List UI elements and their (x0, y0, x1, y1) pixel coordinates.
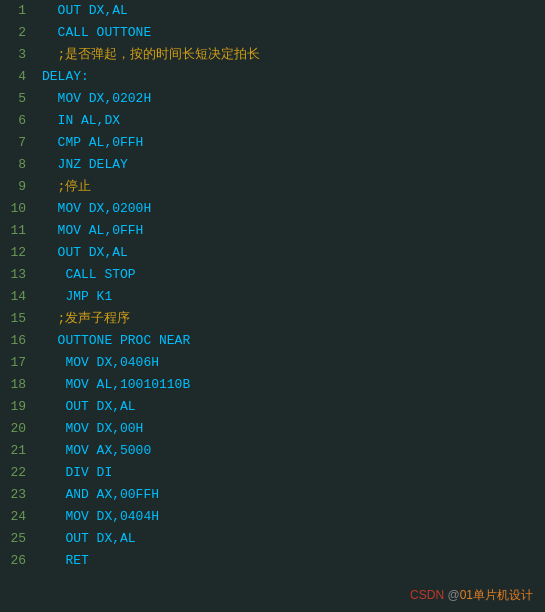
code-row: 17 MOV DX,0406H (0, 352, 545, 374)
line-number: 19 (0, 396, 38, 418)
line-number: 4 (0, 66, 38, 88)
code-text: MOV AL,10010110B (38, 374, 545, 396)
code-row: 2 CALL OUTTONE (0, 22, 545, 44)
code-row: 8 JNZ DELAY (0, 154, 545, 176)
code-container: 1 OUT DX,AL2 CALL OUTTONE3 ;是否弹起，按的时间长短决… (0, 0, 545, 612)
watermark-user: 01单片机设计 (460, 588, 533, 602)
code-row: 10 MOV DX,0200H (0, 198, 545, 220)
code-text: ;是否弹起，按的时间长短决定拍长 (38, 44, 545, 66)
line-number: 5 (0, 88, 38, 110)
code-text: OUT DX,AL (38, 242, 545, 264)
code-row: 12 OUT DX,AL (0, 242, 545, 264)
code-text: AND AX,00FFH (38, 484, 545, 506)
code-lines: 1 OUT DX,AL2 CALL OUTTONE3 ;是否弹起，按的时间长短决… (0, 0, 545, 572)
code-text: OUT DX,AL (38, 0, 545, 22)
watermark-csdn: CSDN (410, 588, 444, 602)
code-row: 4DELAY: (0, 66, 545, 88)
line-number: 2 (0, 22, 38, 44)
code-row: 3 ;是否弹起，按的时间长短决定拍长 (0, 44, 545, 66)
code-text: JNZ DELAY (38, 154, 545, 176)
code-row: 23 AND AX,00FFH (0, 484, 545, 506)
code-text: CALL OUTTONE (38, 22, 545, 44)
line-number: 6 (0, 110, 38, 132)
code-text: RET (38, 550, 545, 572)
code-text: ;发声子程序 (38, 308, 545, 330)
code-text: ;停止 (38, 176, 545, 198)
code-row: 7 CMP AL,0FFH (0, 132, 545, 154)
line-number: 24 (0, 506, 38, 528)
code-row: 9 ;停止 (0, 176, 545, 198)
code-row: 22 DIV DI (0, 462, 545, 484)
code-text: MOV DX,0202H (38, 88, 545, 110)
line-number: 11 (0, 220, 38, 242)
line-number: 13 (0, 264, 38, 286)
line-number: 10 (0, 198, 38, 220)
line-number: 16 (0, 330, 38, 352)
code-text: IN AL,DX (38, 110, 545, 132)
code-text: OUT DX,AL (38, 528, 545, 550)
code-row: 13 CALL STOP (0, 264, 545, 286)
code-row: 11 MOV AL,0FFH (0, 220, 545, 242)
code-row: 24 MOV DX,0404H (0, 506, 545, 528)
line-number: 8 (0, 154, 38, 176)
code-row: 15 ;发声子程序 (0, 308, 545, 330)
code-row: 25 OUT DX,AL (0, 528, 545, 550)
code-text: OUTTONE PROC NEAR (38, 330, 545, 352)
code-row: 5 MOV DX,0202H (0, 88, 545, 110)
code-text: DELAY: (38, 66, 545, 88)
code-text: OUT DX,AL (38, 396, 545, 418)
code-row: 14 JMP K1 (0, 286, 545, 308)
line-number: 25 (0, 528, 38, 550)
line-number: 20 (0, 418, 38, 440)
line-number: 1 (0, 0, 38, 22)
line-number: 12 (0, 242, 38, 264)
code-row: 1 OUT DX,AL (0, 0, 545, 22)
line-number: 17 (0, 352, 38, 374)
line-number: 9 (0, 176, 38, 198)
code-text: MOV AL,0FFH (38, 220, 545, 242)
code-text: MOV DX,0404H (38, 506, 545, 528)
line-number: 18 (0, 374, 38, 396)
line-number: 3 (0, 44, 38, 66)
line-number: 22 (0, 462, 38, 484)
line-number: 15 (0, 308, 38, 330)
code-row: 21 MOV AX,5000 (0, 440, 545, 462)
code-row: 26 RET (0, 550, 545, 572)
code-text: MOV DX,0406H (38, 352, 545, 374)
code-text: DIV DI (38, 462, 545, 484)
code-row: 16 OUTTONE PROC NEAR (0, 330, 545, 352)
line-number: 21 (0, 440, 38, 462)
code-text: MOV DX,0200H (38, 198, 545, 220)
code-text: MOV AX,5000 (38, 440, 545, 462)
code-text: CALL STOP (38, 264, 545, 286)
line-number: 26 (0, 550, 38, 572)
line-number: 7 (0, 132, 38, 154)
code-text: CMP AL,0FFH (38, 132, 545, 154)
code-row: 20 MOV DX,00H (0, 418, 545, 440)
line-number: 23 (0, 484, 38, 506)
line-number: 14 (0, 286, 38, 308)
code-text: MOV DX,00H (38, 418, 545, 440)
code-text: JMP K1 (38, 286, 545, 308)
code-row: 18 MOV AL,10010110B (0, 374, 545, 396)
watermark-at: @ (444, 588, 460, 602)
watermark: CSDN @01单片机设计 (410, 587, 533, 604)
code-row: 19 OUT DX,AL (0, 396, 545, 418)
code-row: 6 IN AL,DX (0, 110, 545, 132)
